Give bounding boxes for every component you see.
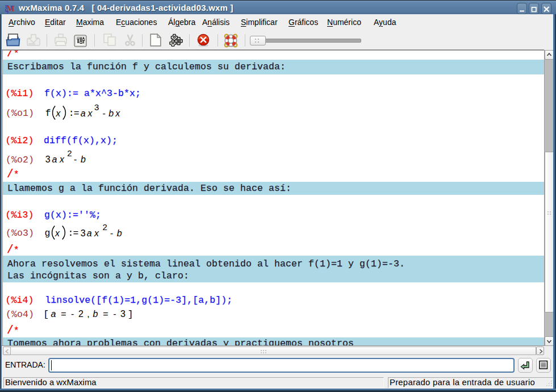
svg-text:ξ: ξ [5,3,9,14]
svg-text:Γ: Γ [10,4,14,11]
